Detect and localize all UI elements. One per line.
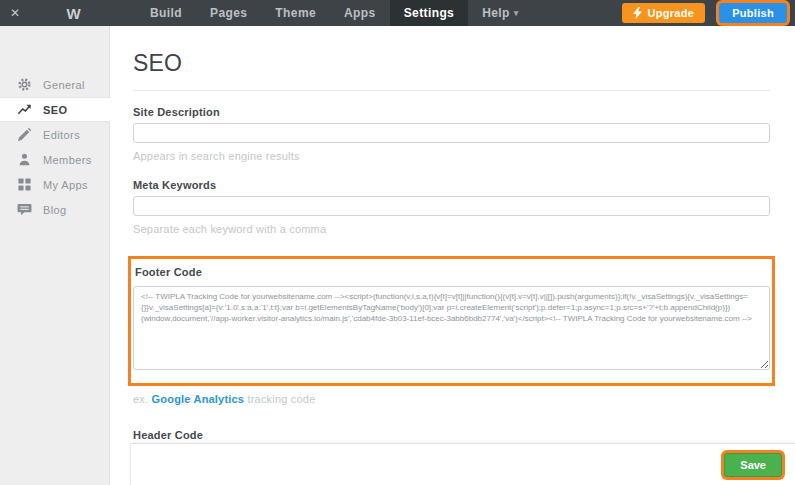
footer-code-helper: ex. Google Analytics tracking code <box>133 393 770 405</box>
grid-icon <box>17 177 32 192</box>
sidebar-item-label: Blog <box>43 204 67 216</box>
sidebar-item-editors[interactable]: Editors <box>0 122 109 147</box>
site-description-helper: Appears in search engine results <box>133 150 770 162</box>
title-divider <box>133 90 770 91</box>
weebly-logo: W <box>58 0 88 26</box>
gear-icon <box>17 77 32 92</box>
person-icon <box>17 152 32 167</box>
sidebar-item-blog[interactable]: Blog <box>0 197 109 222</box>
page-title: SEO <box>133 50 770 77</box>
footer-code-textarea[interactable]: <!-- TWIPLA Tracking Code for yourwebsit… <box>133 286 770 370</box>
helper-prefix: ex. <box>133 393 148 405</box>
nav-item-pages[interactable]: Pages <box>196 0 261 26</box>
sidebar-item-label: My Apps <box>43 179 88 191</box>
meta-keywords-helper: Separate each keyword with a comma <box>133 223 770 235</box>
nav-item-apps[interactable]: Apps <box>330 0 390 26</box>
save-button[interactable]: Save <box>724 453 782 477</box>
sidebar-item-seo[interactable]: SEO <box>0 97 110 122</box>
google-analytics-link[interactable]: Google Analytics <box>152 393 245 405</box>
upgrade-label: Upgrade <box>647 7 694 19</box>
trending-up-icon <box>17 102 32 117</box>
settings-sidebar: General SEO Editors Members My Apps <box>0 26 110 485</box>
pencil-icon <box>17 127 32 142</box>
header-code-label: Header Code <box>133 429 770 441</box>
nav-item-settings[interactable]: Settings <box>390 0 469 26</box>
lightning-icon <box>633 7 642 19</box>
top-navigation-bar: ✕ W Build Pages Theme Apps Settings Help… <box>0 0 795 26</box>
close-icon[interactable]: ✕ <box>0 0 30 26</box>
sidebar-item-my-apps[interactable]: My Apps <box>0 172 109 197</box>
main-nav: Build Pages Theme Apps Settings Help ▾ <box>136 0 533 26</box>
nav-item-theme[interactable]: Theme <box>261 0 330 26</box>
site-description-label: Site Description <box>133 106 770 118</box>
weebly-settings-window: ✕ W Build Pages Theme Apps Settings Help… <box>0 0 795 485</box>
meta-keywords-input[interactable] <box>133 196 770 216</box>
save-bar: Save <box>130 443 795 485</box>
footer-code-highlight-box: Footer Code <!-- TWIPLA Tracking Code fo… <box>128 256 775 386</box>
meta-keywords-label: Meta Keywords <box>133 179 770 191</box>
helper-suffix: tracking code <box>247 393 315 405</box>
seo-settings-panel: SEO Site Description Appears in search e… <box>110 26 795 485</box>
publish-button[interactable]: Publish <box>719 3 787 23</box>
sidebar-item-label: SEO <box>43 104 67 116</box>
caret-down-icon: ▾ <box>514 8 519 18</box>
topbar-actions: Upgrade Publish <box>622 0 795 26</box>
site-description-section: Site Description Appears in search engin… <box>133 106 770 162</box>
meta-keywords-section: Meta Keywords Separate each keyword with… <box>133 179 770 235</box>
nav-help-label: Help <box>482 6 510 20</box>
sidebar-item-general[interactable]: General <box>0 72 109 97</box>
sidebar-item-members[interactable]: Members <box>0 147 109 172</box>
sidebar-item-label: Members <box>43 154 92 166</box>
footer-code-label: Footer Code <box>135 266 770 278</box>
sidebar-item-label: General <box>43 79 85 91</box>
sidebar-item-label: Editors <box>43 129 80 141</box>
site-description-input[interactable] <box>133 123 770 143</box>
nav-item-build[interactable]: Build <box>136 0 196 26</box>
speech-bubble-icon <box>17 202 32 217</box>
upgrade-button[interactable]: Upgrade <box>622 3 705 23</box>
nav-item-help[interactable]: Help ▾ <box>468 0 533 26</box>
